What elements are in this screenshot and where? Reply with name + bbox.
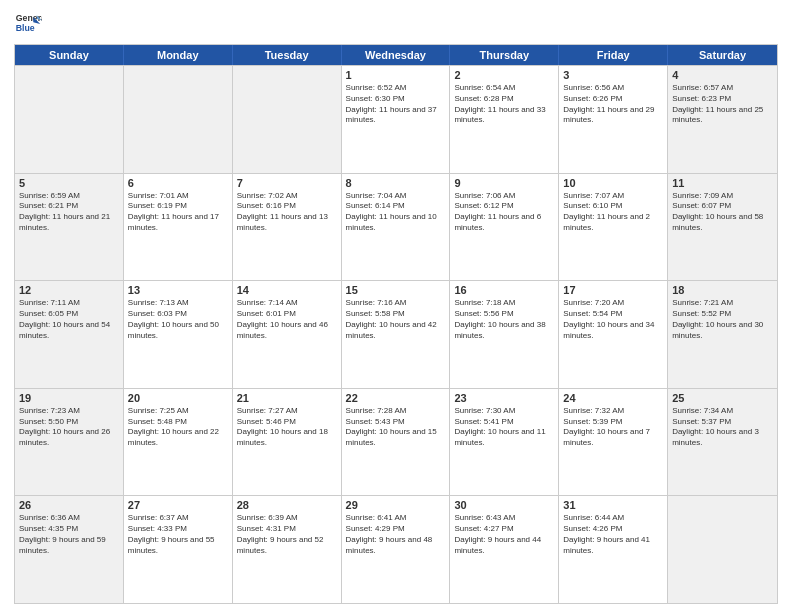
day-number: 27 — [128, 499, 228, 511]
cell-text: Sunrise: 7:27 AM Sunset: 5:46 PM Dayligh… — [237, 406, 337, 449]
cell-text: Sunrise: 6:52 AM Sunset: 6:30 PM Dayligh… — [346, 83, 446, 126]
cell-text: Sunrise: 7:16 AM Sunset: 5:58 PM Dayligh… — [346, 298, 446, 341]
cell-text: Sunrise: 6:36 AM Sunset: 4:35 PM Dayligh… — [19, 513, 119, 556]
cal-cell: 26Sunrise: 6:36 AM Sunset: 4:35 PM Dayli… — [15, 496, 124, 603]
day-number: 9 — [454, 177, 554, 189]
cell-text: Sunrise: 7:09 AM Sunset: 6:07 PM Dayligh… — [672, 191, 773, 234]
day-number: 3 — [563, 69, 663, 81]
cell-text: Sunrise: 7:25 AM Sunset: 5:48 PM Dayligh… — [128, 406, 228, 449]
day-number: 11 — [672, 177, 773, 189]
cal-cell: 16Sunrise: 7:18 AM Sunset: 5:56 PM Dayli… — [450, 281, 559, 388]
cal-cell: 30Sunrise: 6:43 AM Sunset: 4:27 PM Dayli… — [450, 496, 559, 603]
cal-cell: 11Sunrise: 7:09 AM Sunset: 6:07 PM Dayli… — [668, 174, 777, 281]
cal-cell: 25Sunrise: 7:34 AM Sunset: 5:37 PM Dayli… — [668, 389, 777, 496]
week-row-5: 26Sunrise: 6:36 AM Sunset: 4:35 PM Dayli… — [15, 495, 777, 603]
calendar: SundayMondayTuesdayWednesdayThursdayFrid… — [14, 44, 778, 604]
day-number: 19 — [19, 392, 119, 404]
week-row-4: 19Sunrise: 7:23 AM Sunset: 5:50 PM Dayli… — [15, 388, 777, 496]
header-day-monday: Monday — [124, 45, 233, 65]
cell-text: Sunrise: 7:28 AM Sunset: 5:43 PM Dayligh… — [346, 406, 446, 449]
cal-cell: 9Sunrise: 7:06 AM Sunset: 6:12 PM Daylig… — [450, 174, 559, 281]
header-day-sunday: Sunday — [15, 45, 124, 65]
cal-cell: 28Sunrise: 6:39 AM Sunset: 4:31 PM Dayli… — [233, 496, 342, 603]
week-row-3: 12Sunrise: 7:11 AM Sunset: 6:05 PM Dayli… — [15, 280, 777, 388]
day-number: 16 — [454, 284, 554, 296]
cal-cell: 27Sunrise: 6:37 AM Sunset: 4:33 PM Dayli… — [124, 496, 233, 603]
cal-cell: 5Sunrise: 6:59 AM Sunset: 6:21 PM Daylig… — [15, 174, 124, 281]
day-number: 24 — [563, 392, 663, 404]
day-number: 10 — [563, 177, 663, 189]
header: General Blue — [14, 10, 778, 38]
cell-text: Sunrise: 7:11 AM Sunset: 6:05 PM Dayligh… — [19, 298, 119, 341]
week-row-2: 5Sunrise: 6:59 AM Sunset: 6:21 PM Daylig… — [15, 173, 777, 281]
cal-cell — [15, 66, 124, 173]
day-number: 12 — [19, 284, 119, 296]
cell-text: Sunrise: 7:30 AM Sunset: 5:41 PM Dayligh… — [454, 406, 554, 449]
cell-text: Sunrise: 7:13 AM Sunset: 6:03 PM Dayligh… — [128, 298, 228, 341]
day-number: 26 — [19, 499, 119, 511]
cal-cell: 18Sunrise: 7:21 AM Sunset: 5:52 PM Dayli… — [668, 281, 777, 388]
logo-icon: General Blue — [14, 10, 42, 38]
cell-text: Sunrise: 6:44 AM Sunset: 4:26 PM Dayligh… — [563, 513, 663, 556]
cell-text: Sunrise: 7:02 AM Sunset: 6:16 PM Dayligh… — [237, 191, 337, 234]
cell-text: Sunrise: 7:01 AM Sunset: 6:19 PM Dayligh… — [128, 191, 228, 234]
cal-cell: 7Sunrise: 7:02 AM Sunset: 6:16 PM Daylig… — [233, 174, 342, 281]
day-number: 25 — [672, 392, 773, 404]
cal-cell — [668, 496, 777, 603]
cell-text: Sunrise: 6:59 AM Sunset: 6:21 PM Dayligh… — [19, 191, 119, 234]
header-day-friday: Friday — [559, 45, 668, 65]
cal-cell: 2Sunrise: 6:54 AM Sunset: 6:28 PM Daylig… — [450, 66, 559, 173]
cal-cell: 31Sunrise: 6:44 AM Sunset: 4:26 PM Dayli… — [559, 496, 668, 603]
cell-text: Sunrise: 7:20 AM Sunset: 5:54 PM Dayligh… — [563, 298, 663, 341]
cell-text: Sunrise: 7:06 AM Sunset: 6:12 PM Dayligh… — [454, 191, 554, 234]
day-number: 29 — [346, 499, 446, 511]
day-number: 15 — [346, 284, 446, 296]
day-number: 20 — [128, 392, 228, 404]
day-number: 18 — [672, 284, 773, 296]
day-number: 8 — [346, 177, 446, 189]
cal-cell: 3Sunrise: 6:56 AM Sunset: 6:26 PM Daylig… — [559, 66, 668, 173]
cal-cell: 20Sunrise: 7:25 AM Sunset: 5:48 PM Dayli… — [124, 389, 233, 496]
cell-text: Sunrise: 6:54 AM Sunset: 6:28 PM Dayligh… — [454, 83, 554, 126]
cal-cell: 8Sunrise: 7:04 AM Sunset: 6:14 PM Daylig… — [342, 174, 451, 281]
svg-text:Blue: Blue — [16, 23, 35, 33]
day-number: 14 — [237, 284, 337, 296]
cal-cell: 10Sunrise: 7:07 AM Sunset: 6:10 PM Dayli… — [559, 174, 668, 281]
cal-cell: 6Sunrise: 7:01 AM Sunset: 6:19 PM Daylig… — [124, 174, 233, 281]
cal-cell: 14Sunrise: 7:14 AM Sunset: 6:01 PM Dayli… — [233, 281, 342, 388]
day-number: 5 — [19, 177, 119, 189]
cal-cell: 21Sunrise: 7:27 AM Sunset: 5:46 PM Dayli… — [233, 389, 342, 496]
cell-text: Sunrise: 6:43 AM Sunset: 4:27 PM Dayligh… — [454, 513, 554, 556]
cell-text: Sunrise: 6:56 AM Sunset: 6:26 PM Dayligh… — [563, 83, 663, 126]
cal-cell: 23Sunrise: 7:30 AM Sunset: 5:41 PM Dayli… — [450, 389, 559, 496]
header-day-saturday: Saturday — [668, 45, 777, 65]
day-number: 6 — [128, 177, 228, 189]
cell-text: Sunrise: 7:34 AM Sunset: 5:37 PM Dayligh… — [672, 406, 773, 449]
cell-text: Sunrise: 7:07 AM Sunset: 6:10 PM Dayligh… — [563, 191, 663, 234]
cal-cell: 1Sunrise: 6:52 AM Sunset: 6:30 PM Daylig… — [342, 66, 451, 173]
day-number: 2 — [454, 69, 554, 81]
day-number: 13 — [128, 284, 228, 296]
cell-text: Sunrise: 6:41 AM Sunset: 4:29 PM Dayligh… — [346, 513, 446, 556]
day-number: 4 — [672, 69, 773, 81]
page: General Blue SundayMondayTuesdayWednesda… — [0, 0, 792, 612]
cal-cell: 15Sunrise: 7:16 AM Sunset: 5:58 PM Dayli… — [342, 281, 451, 388]
day-number: 30 — [454, 499, 554, 511]
cal-cell: 19Sunrise: 7:23 AM Sunset: 5:50 PM Dayli… — [15, 389, 124, 496]
header-day-thursday: Thursday — [450, 45, 559, 65]
day-number: 22 — [346, 392, 446, 404]
cell-text: Sunrise: 7:04 AM Sunset: 6:14 PM Dayligh… — [346, 191, 446, 234]
day-number: 23 — [454, 392, 554, 404]
cell-text: Sunrise: 7:23 AM Sunset: 5:50 PM Dayligh… — [19, 406, 119, 449]
cell-text: Sunrise: 6:37 AM Sunset: 4:33 PM Dayligh… — [128, 513, 228, 556]
day-number: 28 — [237, 499, 337, 511]
day-number: 1 — [346, 69, 446, 81]
cal-cell: 17Sunrise: 7:20 AM Sunset: 5:54 PM Dayli… — [559, 281, 668, 388]
cal-cell: 13Sunrise: 7:13 AM Sunset: 6:03 PM Dayli… — [124, 281, 233, 388]
day-number: 21 — [237, 392, 337, 404]
cell-text: Sunrise: 7:18 AM Sunset: 5:56 PM Dayligh… — [454, 298, 554, 341]
header-day-tuesday: Tuesday — [233, 45, 342, 65]
cal-cell: 12Sunrise: 7:11 AM Sunset: 6:05 PM Dayli… — [15, 281, 124, 388]
header-day-wednesday: Wednesday — [342, 45, 451, 65]
calendar-body: 1Sunrise: 6:52 AM Sunset: 6:30 PM Daylig… — [15, 65, 777, 603]
